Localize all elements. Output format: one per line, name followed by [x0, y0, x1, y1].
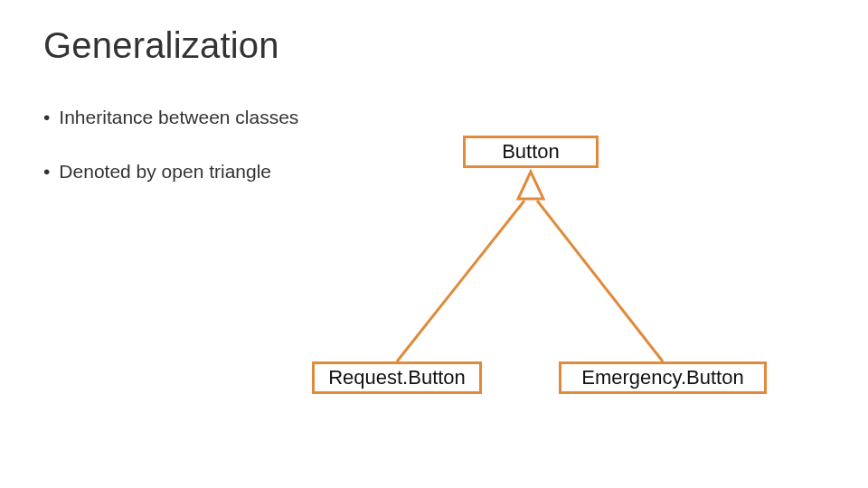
uml-class-label: Button	[502, 140, 560, 164]
bullet-text: Inheritance between classes	[59, 107, 298, 128]
uml-class-child: Emergency.Button	[559, 361, 767, 394]
uml-class-child: Request.Button	[312, 361, 482, 394]
slide-title: Generalization	[43, 25, 279, 66]
open-triangle-icon	[518, 172, 543, 199]
bullet-list: Inheritance between classes Denoted by o…	[43, 107, 298, 215]
uml-class-label: Emergency.Button	[581, 366, 743, 389]
uml-generalization-line	[397, 201, 524, 361]
bullet-item: Inheritance between classes	[43, 107, 298, 128]
uml-generalization-arrows	[0, 0, 868, 488]
uml-class-label: Request.Button	[328, 366, 466, 389]
bullet-item: Denoted by open triangle	[43, 161, 298, 183]
uml-generalization-line	[537, 201, 663, 361]
uml-class-parent: Button	[463, 136, 599, 168]
bullet-text: Denoted by open triangle	[59, 161, 271, 183]
